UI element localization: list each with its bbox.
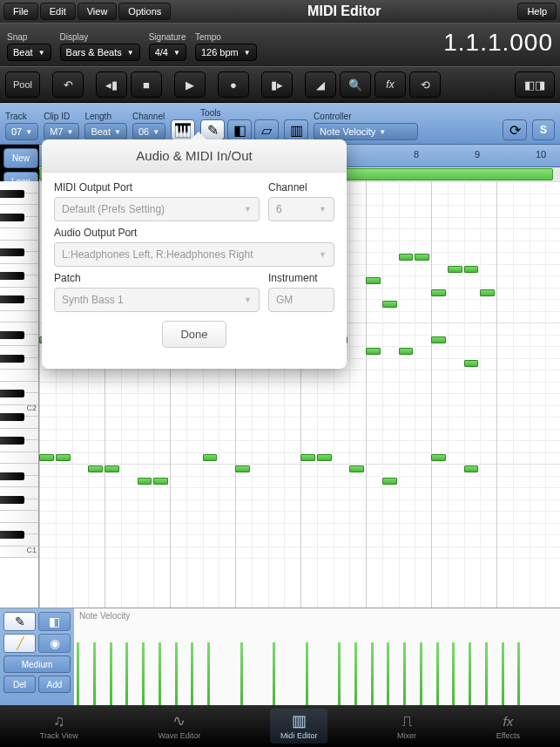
velocity-tools: ✎ ◧ ╱ ◉ Medium Del Add <box>0 608 74 705</box>
rewind-button[interactable]: ◂▮ <box>96 71 127 98</box>
instrument-select[interactable]: GM <box>268 288 334 312</box>
display-select[interactable]: Bars & Beats▼ <box>60 44 140 61</box>
menu-options[interactable]: Options <box>118 3 171 20</box>
signature-label: Signature <box>149 32 186 42</box>
music-note-icon: ♫ <box>53 712 65 730</box>
ruler-tick: 10 <box>536 149 546 160</box>
clip-select[interactable]: M7▼ <box>44 123 79 140</box>
keyboard[interactable]: C2C1 <box>0 181 39 608</box>
audio-port-label: Audio Output Port <box>54 227 334 239</box>
audio-port-select[interactable]: L:Headphones Left, R:Headphones Right▼ <box>54 242 334 267</box>
search-button[interactable]: 🔍 <box>340 71 371 98</box>
menu-view[interactable]: View <box>78 3 118 20</box>
dialog-title: Audio & MIDI In/Out <box>42 139 347 173</box>
bars-icon[interactable]: ▥ <box>284 119 308 140</box>
display-label: Display <box>60 32 140 42</box>
midi-port-label: MIDI Output Port <box>54 181 260 194</box>
stop-button[interactable]: ■ <box>131 71 162 98</box>
param-row: Snap Beat▼ Display Bars & Beats▼ Signatu… <box>0 23 560 66</box>
binoculars-button[interactable]: ◧◨ <box>515 71 555 98</box>
controller-label: Controller <box>314 112 497 121</box>
signature-select[interactable]: 4/4▼ <box>149 44 186 61</box>
menu-help[interactable]: Help <box>517 3 557 20</box>
patch-label: Patch <box>54 272 260 284</box>
midi-port-select[interactable]: Default (Prefs Setting)▼ <box>54 197 260 221</box>
app-title: MIDI Editor <box>172 3 516 19</box>
pool-button[interactable]: Pool <box>5 71 40 98</box>
metronome-button[interactable]: ◢ <box>305 71 336 98</box>
fx-icon: fx <box>503 712 514 730</box>
menu-file[interactable]: File <box>3 3 38 20</box>
select-tool-icon[interactable]: ▱ <box>254 119 279 140</box>
modal-channel-select[interactable]: 6▼ <box>268 197 334 221</box>
tools-label: Tools <box>200 108 279 118</box>
ruler-tick: 8 <box>414 149 419 160</box>
time-display: 1.1.1.000 <box>443 29 553 57</box>
snap-select[interactable]: Beat▼ <box>7 44 51 61</box>
vel-eraser-icon[interactable]: ◧ <box>38 612 71 631</box>
modal-channel-label: Channel <box>268 181 334 194</box>
piano-icon: ▥ <box>292 712 307 730</box>
transport-bar: Pool ↶ ◂▮ ■ ▶ ● ▮▸ ◢ 🔍 fx ⟲ ◧◨ <box>0 66 560 103</box>
nav-mixer[interactable]: ⎍Mixer <box>387 709 427 744</box>
menu-edit[interactable]: Edit <box>40 3 76 20</box>
vel-add-button[interactable]: Add <box>38 676 71 693</box>
snap-label: Snap <box>7 32 51 42</box>
vel-del-button[interactable]: Del <box>3 676 36 693</box>
forward-button[interactable]: ▮▸ <box>261 71 293 98</box>
ruler-tick: 9 <box>475 149 480 160</box>
track-label: Track <box>5 112 38 121</box>
menubar: File Edit View Options MIDI Editor Help <box>0 0 560 23</box>
new-button[interactable]: New <box>3 148 38 168</box>
nav-wave-editor[interactable]: ∿Wave Editor <box>148 709 212 744</box>
sliders-icon: ⎍ <box>402 712 412 730</box>
vel-color-icon[interactable]: ◉ <box>38 634 71 653</box>
nav-midi-editor[interactable]: ▥Midi Editor <box>270 709 328 744</box>
fx-button[interactable]: fx <box>374 71 406 98</box>
velocity-pane: ✎ ◧ ╱ ◉ Medium Del Add Note Velocity <box>0 608 560 705</box>
channel-select[interactable]: 06▼ <box>132 123 165 140</box>
track-select[interactable]: 07▼ <box>5 123 38 140</box>
controller-select[interactable]: Note Velocity▼ <box>314 123 418 140</box>
tempo-label: Tempo <box>195 32 257 42</box>
vel-line-icon[interactable]: ╱ <box>3 634 36 653</box>
record-button[interactable]: ● <box>218 71 249 98</box>
nav-effects[interactable]: fxEffects <box>486 709 530 744</box>
instrument-label: Instrument <box>268 272 334 284</box>
length-select[interactable]: Beat▼ <box>84 123 127 140</box>
reload-icon[interactable]: ⟳ <box>503 119 527 140</box>
vel-size-button[interactable]: Medium <box>3 655 71 673</box>
undo-button[interactable]: ↶ <box>52 71 84 98</box>
waveform-icon: ∿ <box>172 712 186 730</box>
tempo-select[interactable]: 126 bpm▼ <box>195 44 257 61</box>
velocity-graph[interactable]: Note Velocity <box>74 608 560 705</box>
channel-label: Channel <box>132 112 165 121</box>
play-button[interactable]: ▶ <box>174 71 206 98</box>
s-button[interactable]: S <box>532 119 555 140</box>
loop-toggle[interactable]: ⟲ <box>409 71 441 98</box>
velocity-label: Note Velocity <box>79 611 130 621</box>
audio-midi-dialog: Audio & MIDI In/Out MIDI Output Port Def… <box>42 139 347 369</box>
done-button[interactable]: Done <box>162 321 226 348</box>
patch-select[interactable]: Synth Bass 1▼ <box>54 288 260 312</box>
nav-track-view[interactable]: ♫Track View <box>30 709 89 744</box>
clip-toolbar: Track 07▼ Clip ID M7▼ Length Beat▼ Chann… <box>0 103 560 145</box>
vel-pencil-icon[interactable]: ✎ <box>3 612 36 631</box>
clip-label: Clip ID <box>44 112 79 121</box>
eraser-tool-icon[interactable]: ◧ <box>227 119 252 140</box>
bottom-nav: ♫Track View ∿Wave Editor ▥Midi Editor ⎍M… <box>0 705 560 747</box>
length-label: Length <box>84 112 127 121</box>
